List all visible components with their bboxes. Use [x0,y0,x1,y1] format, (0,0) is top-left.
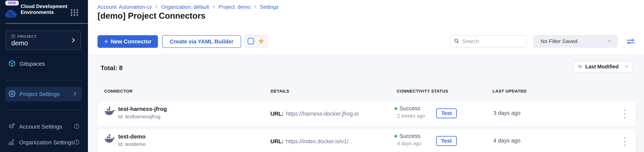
column-header-connectivity-status: CONNECTIVITY STATUS [397,89,448,94]
status-text: Success [400,105,420,112]
connector-list-area: Total: 8 Last Modified CONNECTOR DETAILS… [88,55,644,152]
star-icon[interactable]: ★ [258,37,265,45]
breadcrumb-account[interactable]: Account: Automation-cv [98,4,152,10]
connector-row[interactable]: test-harness-jfrog Id: testharnessjfrog … [98,101,636,126]
breadcrumb-organization[interactable]: Organization: default [162,4,209,10]
url-value: https://harness-docker.jfrog.io [286,111,358,117]
breadcrumb: Account: Automation-cv Organization: def… [98,4,278,10]
last-updated: 4 days ago [493,138,520,144]
saved-filter-value: No Filter Saved [540,38,607,44]
project-selector[interactable]: PROJECT demo [6,30,81,50]
app-title: Cloud Development Environments [21,3,72,15]
new-connector-button[interactable]: + New Connector [98,35,158,48]
status-time: 4 days ago [397,141,422,147]
org-chart-gear-icon [8,139,15,146]
connector-id: Id: testdemo [118,141,146,147]
sidebar-item-label: Account Settings [19,123,62,130]
chevron-right-icon [73,91,77,97]
row-menu-icon[interactable] [620,107,629,121]
test-button[interactable]: Test [436,136,457,146]
sidebar-item-project-settings[interactable]: Project Settings [5,87,82,101]
chevron-down-icon [624,64,629,70]
column-header-details: DETAILS [270,89,289,94]
sidebar-item-label: Gitspaces [20,61,45,67]
chevron-down-icon [607,38,612,44]
breadcrumb-settings[interactable]: Settings [260,4,278,10]
info-icon[interactable] [74,139,80,146]
url-label: URL: [270,111,284,117]
connector-id: Id: testharnessjfrog [118,114,160,120]
search-input[interactable] [462,38,531,44]
search-box [450,35,527,47]
info-icon[interactable] [74,123,80,130]
favorite-checkbox[interactable] [248,38,254,44]
sidebar-item-gitspaces[interactable]: Gitspaces [5,58,82,70]
filter-settings-icon[interactable] [626,37,636,47]
chevron-right-icon [253,4,257,10]
last-updated: 3 days ago [493,110,520,116]
chevron-right-icon [70,37,76,44]
url-value: https://index.docker.io/v1/ [286,138,348,145]
project-name: demo [11,39,28,47]
sidebar-item-organization-settings[interactable]: Organization Settings [5,136,82,149]
saved-filter-dropdown[interactable]: No Filter Saved [533,35,618,47]
page-title: [demo] Project Connectors [98,11,206,21]
docker-icon [104,106,115,116]
sort-value: Last Modified [585,64,622,70]
chevron-right-icon [212,4,216,10]
sidebar-divider [5,110,82,110]
page: NEW Cloud Development Environments [0,0,644,152]
status-dot [394,107,397,110]
column-header-connector: CONNECTOR [104,89,133,94]
connector-name: test-demo [118,133,146,140]
status-time: 2 weeks ago [397,113,425,119]
column-header-last-updated: LAST UPDATED [492,89,526,94]
main-area: Account: Automation-cv Organization: def… [88,0,644,152]
search-icon [454,38,460,45]
sidebar-item-label: Organization Settings [19,139,74,146]
connector-row[interactable]: test-demo Id: testdemo URL: https://inde… [98,129,636,152]
sort-arrows-icon [578,64,582,70]
layers-gear-icon [8,123,15,131]
breadcrumb-project[interactable]: Project: demo [218,4,250,10]
chevron-right-icon [155,4,158,10]
yaml-builder-label: Create via YAML Builder [170,38,234,45]
project-cube-icon [11,34,16,39]
favorite-filter-group: ★ [245,35,268,48]
app-grid-icon[interactable] [70,9,78,17]
connector-name: test-harness-jfrog [118,106,167,112]
status-text: Success [400,133,420,139]
gear-icon [8,90,16,98]
new-connector-label: New Connector [111,38,152,45]
row-menu-icon[interactable] [620,135,629,149]
gitspaces-cube-icon [8,60,16,68]
status-dot [394,135,397,138]
sort-dropdown[interactable]: Last Modified [573,61,633,73]
test-button[interactable]: Test [436,108,457,118]
sidebar: NEW Cloud Development Environments [0,0,88,152]
total-count: Total: 8 [100,64,122,72]
cloud-logo-icon [4,8,17,19]
create-via-yaml-builder-button[interactable]: Create via YAML Builder [162,35,241,48]
sidebar-item-label: Project Settings [20,91,60,97]
plus-icon: + [104,38,108,46]
project-label: PROJECT [18,34,37,39]
docker-icon [104,134,115,144]
sidebar-divider [5,80,82,80]
new-badge: NEW [5,0,19,5]
sidebar-item-account-settings[interactable]: Account Settings [5,121,82,133]
url-label: URL: [270,138,284,145]
logo-underline [5,23,88,24]
